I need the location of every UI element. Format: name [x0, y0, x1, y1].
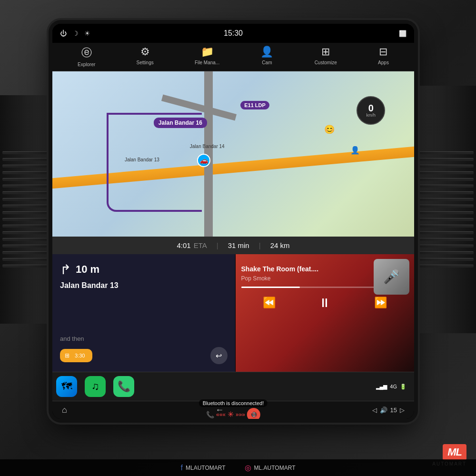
power-icon[interactable]: ⏻ — [60, 30, 67, 37]
nav-item-apps[interactable]: ⊟ Apps — [378, 46, 389, 67]
social-facebook: f MLAUTOMART — [181, 463, 226, 472]
turn-distance: 10 m — [76, 263, 99, 276]
bluetooth-status-text: Bluetooth is disconnected! — [199, 399, 268, 407]
explorer-label: Explorer — [78, 62, 95, 67]
screen-bezel: ⏻ ☽ ☀ 15:30 ⬜ ⓔ Explorer ⚙ Settings 📁 — [52, 24, 414, 419]
bluetooth-notification: Bluetooth is disconnected! 📞 ««« ✳ »»» 📵 — [199, 399, 268, 419]
status-bar: ⏻ ☽ ☀ 15:30 ⬜ — [52, 24, 414, 43]
apps-label: Apps — [378, 60, 389, 65]
instagram-icon: ◎ — [245, 463, 251, 472]
phone-app-button[interactable]: 📞 — [113, 376, 134, 397]
filemanager-label: File Mana... — [195, 60, 219, 65]
social-bar: f MLAUTOMART ◎ ML.AUTOMART — [0, 459, 476, 476]
cam-label: Cam — [262, 60, 272, 65]
battery-icon: 🔋 — [400, 384, 407, 390]
app-dock: 🗺 ♫ 📞 ▂▄▆ 4G 🔋 — [52, 372, 414, 401]
eta-separator-1: | — [217, 241, 218, 249]
facebook-icon: f — [181, 464, 183, 472]
bt-asterisk-icon: ✳ — [228, 410, 234, 419]
screen-icon[interactable]: ⬜ — [399, 30, 407, 37]
rewind-button[interactable]: ⏪ — [263, 297, 276, 309]
cam-icon: 👤 — [260, 46, 273, 58]
pause-button[interactable]: ⏸ — [318, 296, 331, 310]
eta-distance: 24 km — [270, 241, 290, 249]
explorer-icon: ⓔ — [81, 46, 92, 60]
nav-item-customize[interactable]: ⊞ Customize — [315, 46, 337, 67]
volume-control: ◁ 🔊 15 ▷ — [372, 407, 405, 414]
eta-duration: 31 min — [228, 241, 249, 249]
customize-label: Customize — [315, 60, 337, 65]
grid-icon: ⊞ — [65, 352, 69, 359]
clock-badge: 3:30 — [72, 352, 88, 359]
bottom-panels: ↱ 10 m Jalan Bandar 13 and then ⊞ 3:30 ↩ — [52, 254, 414, 372]
nav-bar: ⓔ Explorer ⚙ Settings 📁 File Mana... 👤 C… — [52, 43, 414, 71]
map-label-jalan13: Jalan Bandar 13 — [125, 157, 159, 162]
music-panel[interactable]: 🎤 Shake The Room (feat.... Pop Smoke ⏪ ⏸… — [236, 254, 415, 372]
bt-arrows-right: »»» — [236, 411, 245, 418]
eta-time-value: 4:01 — [177, 241, 191, 249]
signal-type: 4G — [390, 384, 397, 389]
moon-icon[interactable]: ☽ — [72, 30, 79, 37]
map-label-jalan14: Jalan Bandar 14 — [190, 144, 225, 149]
waze-marker-2: 👤 — [350, 146, 360, 155]
filemanager-icon: 📁 — [201, 46, 214, 58]
nav-item-cam[interactable]: 👤 Cam — [260, 46, 273, 67]
nav-panel-bottom: ⊞ 3:30 ↩ — [60, 347, 228, 364]
home-button[interactable]: ⌂ — [62, 405, 67, 415]
navigation-street-name: Jalan Bandar 13 — [60, 281, 228, 290]
settings-icon: ⚙ — [140, 46, 150, 58]
apps-icon: ⊟ — [379, 46, 387, 58]
volume-left-icon[interactable]: ◁ — [372, 407, 377, 414]
music-progress-fill — [241, 287, 300, 288]
screen: ⏻ ☽ ☀ 15:30 ⬜ ⓔ Explorer ⚙ Settings 📁 — [52, 24, 414, 419]
apps-grid-button[interactable]: ⊞ 3:30 — [60, 349, 92, 362]
bt-phone-icon: 📞 — [206, 411, 214, 418]
eta-label: ETA — [194, 241, 207, 249]
waze-app-button[interactable]: 🗺 — [56, 376, 77, 397]
map-label-e11: E11 LDP — [240, 101, 269, 109]
nav-item-explorer[interactable]: ⓔ Explorer — [78, 46, 95, 67]
system-bar: ⌂ ← Bluetooth is disconnected! 📞 ««« ✳ »… — [52, 401, 414, 419]
watermark-logo: ML — [443, 444, 466, 460]
speed-indicator: 0 km/h — [357, 96, 385, 125]
eta-separator-2: | — [259, 241, 261, 249]
map-section[interactable]: E11 LDP Jalan Bandar 16 Jalan Bandar 14 … — [52, 71, 414, 237]
and-then-label: and then — [60, 335, 228, 342]
eta-bar: 4:01 ETA | 31 min | 24 km — [52, 237, 414, 254]
volume-value: 15 — [390, 407, 397, 414]
fastforward-button[interactable]: ⏩ — [374, 297, 387, 309]
map-label-jalan16: Jalan Bandar 16 — [154, 118, 207, 128]
speed-value: 0 — [368, 103, 374, 113]
turn-arrow-icon: ↱ — [60, 262, 71, 278]
bt-end-call-button[interactable]: 📵 — [247, 408, 260, 419]
customize-icon: ⊞ — [321, 46, 330, 58]
social-instagram: ◎ ML.AUTOMART — [245, 463, 296, 472]
volume-icon: 🔊 — [380, 407, 387, 414]
nav-item-settings[interactable]: ⚙ Settings — [137, 46, 154, 67]
waze-marker-1: 😊 — [324, 124, 335, 135]
turn-direction: ↱ 10 m — [60, 262, 228, 278]
spotify-app-button[interactable]: ♫ — [85, 376, 106, 397]
signal-bars: ▂▄▆ — [376, 384, 387, 390]
music-controls: ⏪ ⏸ ⏩ — [241, 296, 409, 310]
album-art: 🎤 — [374, 259, 409, 295]
brightness-icon[interactable]: ☀ — [84, 30, 90, 37]
map-background: E11 LDP Jalan Bandar 16 Jalan Bandar 14 … — [52, 71, 414, 237]
nav-item-filemanager[interactable]: 📁 File Mana... — [195, 46, 219, 67]
status-time: 15:30 — [224, 29, 243, 38]
photo-background: ⏻ ☽ ☀ 15:30 ⬜ ⓔ Explorer ⚙ Settings 📁 — [0, 0, 476, 476]
bluetooth-icons: 📞 ««« ✳ »»» 📵 — [206, 408, 260, 419]
volume-right-icon[interactable]: ▷ — [400, 407, 405, 414]
speed-unit: km/h — [366, 113, 376, 118]
bt-arrows-left: ««« — [216, 411, 226, 418]
signal-info: ▂▄▆ 4G 🔋 — [376, 384, 410, 390]
settings-label: Settings — [137, 60, 154, 65]
navigation-panel[interactable]: ↱ 10 m Jalan Bandar 13 and then ⊞ 3:30 ↩ — [52, 254, 235, 372]
instagram-handle: ML.AUTOMART — [254, 465, 296, 471]
status-bar-left: ⏻ ☽ ☀ — [60, 30, 90, 37]
facebook-handle: MLAUTOMART — [186, 465, 226, 471]
eta-time-item: 4:01 ETA — [177, 241, 207, 249]
return-arrow-button[interactable]: ↩ — [210, 347, 228, 364]
